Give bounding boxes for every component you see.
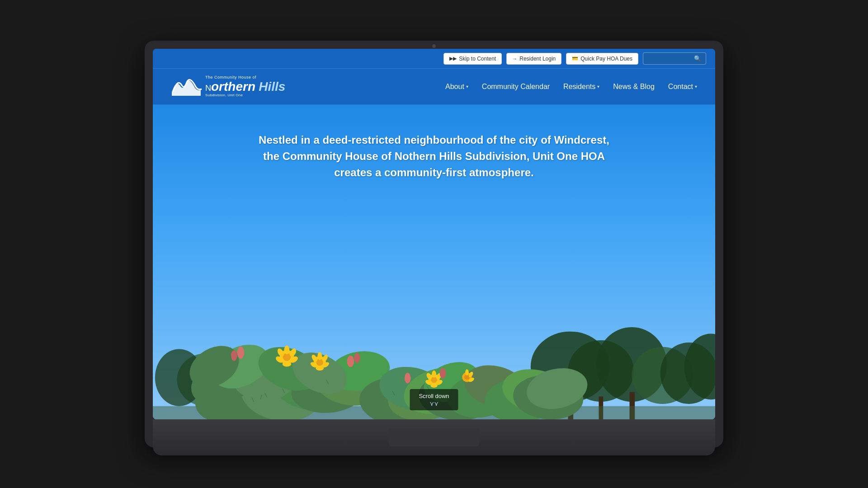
- nav-residents[interactable]: Residents ▾: [563, 83, 599, 91]
- quick-pay-button[interactable]: 💳 Quick Pay HOA Dues: [566, 53, 638, 65]
- logo-text: The Community House of Northern Hills Su…: [205, 75, 285, 98]
- nav-links: About ▾ Community Calendar Residents ▾ N…: [445, 83, 697, 91]
- search-box[interactable]: 🔍: [643, 52, 706, 65]
- laptop-screen: ▶▶ Skip to Content → Resident Login 💳 Qu…: [153, 49, 715, 419]
- logo-main-name: Northern Hills: [205, 80, 285, 94]
- scroll-down-label: Scroll down: [419, 393, 449, 399]
- login-icon: →: [512, 56, 517, 61]
- logo-icon: [171, 73, 203, 100]
- svg-point-55: [431, 377, 437, 383]
- laptop-base: [153, 419, 715, 455]
- laptop-camera: [432, 44, 436, 48]
- login-label: Resident Login: [519, 56, 556, 62]
- search-icon[interactable]: 🔍: [694, 55, 701, 62]
- skip-to-content-button[interactable]: ▶▶ Skip to Content: [443, 53, 502, 65]
- main-navbar: The Community House of Northern Hills Su…: [153, 69, 715, 105]
- pay-icon: 💳: [572, 56, 578, 61]
- svg-point-64: [465, 369, 469, 375]
- svg-point-67: [237, 347, 245, 359]
- svg-point-71: [405, 373, 411, 383]
- utility-bar: ▶▶ Skip to Content → Resident Login 💳 Qu…: [153, 49, 715, 69]
- skip-icon: ▶▶: [449, 56, 457, 61]
- scroll-chevrons-icon: ⋎⋎: [429, 400, 439, 407]
- hero-title: Nestled in a deed-restricted neighbourho…: [251, 132, 617, 181]
- about-dropdown-arrow: ▾: [466, 84, 468, 89]
- resident-login-button[interactable]: → Resident Login: [506, 53, 561, 65]
- nav-community-calendar[interactable]: Community Calendar: [482, 83, 550, 91]
- svg-point-43: [283, 361, 291, 367]
- search-input[interactable]: [648, 56, 691, 62]
- svg-point-56: [432, 371, 436, 378]
- laptop-trackpad: [389, 428, 479, 446]
- website: ▶▶ Skip to Content → Resident Login 💳 Qu…: [153, 49, 715, 419]
- nav-contact[interactable]: Contact ▾: [668, 83, 697, 91]
- scroll-down-button[interactable]: Scroll down ⋎⋎: [410, 389, 458, 410]
- logo-subtitle: Subdivision, Unit One: [205, 94, 285, 98]
- svg-point-72: [440, 368, 446, 378]
- svg-point-69: [347, 356, 354, 367]
- svg-point-70: [354, 353, 360, 362]
- hero-text-block: Nestled in a deed-restricted neighbourho…: [242, 105, 626, 199]
- svg-point-40: [284, 346, 290, 354]
- contact-dropdown-arrow: ▾: [695, 84, 697, 89]
- nav-about[interactable]: About ▾: [445, 83, 468, 91]
- hero-section: Nestled in a deed-restricted neighbourho…: [153, 105, 715, 419]
- svg-point-68: [231, 350, 237, 361]
- svg-point-48: [317, 352, 322, 360]
- site-logo[interactable]: The Community House of Northern Hills Su…: [171, 73, 285, 100]
- pay-label: Quick Pay HOA Dues: [580, 56, 632, 62]
- residents-dropdown-arrow: ▾: [597, 84, 599, 89]
- laptop-frame: ▶▶ Skip to Content → Resident Login 💳 Qu…: [145, 41, 723, 447]
- skip-label: Skip to Content: [459, 56, 496, 62]
- nav-news-blog[interactable]: News & Blog: [613, 83, 655, 91]
